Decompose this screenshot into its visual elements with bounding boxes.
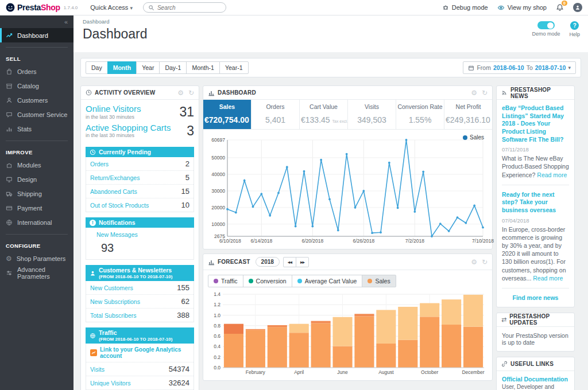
sidebar-collapse-button[interactable]: « xyxy=(0,15,74,28)
news-article-title[interactable]: eBay “Product Based Listings” Started Ma… xyxy=(502,104,569,143)
sidebar-item-advanced-parameters[interactable]: Advanced Parameters xyxy=(0,266,74,280)
currently-pending-header: Currently Pending xyxy=(86,147,194,157)
kpi-orders[interactable]: Orders 5,401 xyxy=(252,100,300,129)
forecast-next-button[interactable]: ▸▸ xyxy=(296,257,309,267)
panel-title: PRESTASHOP UPDATES xyxy=(509,313,570,326)
sidebar-item-customers[interactable]: Customers xyxy=(0,93,74,107)
kpi-sales[interactable]: Sales €720,754.00 Tax excl. xyxy=(203,100,252,129)
sidebar-item-dashboard[interactable]: Dashboard xyxy=(0,28,74,42)
read-more-link[interactable]: Read more xyxy=(537,171,567,178)
legend-traffic-button[interactable]: Traffic xyxy=(208,275,243,287)
unique-visitors-link[interactable]: Unique Visitors xyxy=(90,380,130,387)
kpi-cart-value[interactable]: Cart Value €133.45 Tax excl. xyxy=(300,100,348,129)
pending-orders-link[interactable]: Orders xyxy=(90,161,109,167)
forecast-prev-button[interactable]: ◂◂ xyxy=(283,257,296,267)
help-control[interactable]: ? Help xyxy=(569,21,580,37)
svg-text:6/20/2018: 6/20/2018 xyxy=(301,238,323,244)
refresh-icon[interactable]: ↻ xyxy=(482,89,488,96)
sidebar-item-catalog[interactable]: Catalog xyxy=(0,79,74,93)
refresh-icon[interactable]: ↻ xyxy=(482,259,488,266)
gear-icon[interactable]: ⚙ xyxy=(177,89,184,96)
svg-text:0.0: 0.0 xyxy=(214,365,220,370)
sidebar: « Dashboard SELL Orders Catalog Customer… xyxy=(0,15,74,390)
filter-day-button[interactable]: Day xyxy=(86,61,108,74)
search-input[interactable] xyxy=(157,5,215,11)
read-more-link[interactable]: Read more xyxy=(533,275,563,282)
svg-text:February: February xyxy=(246,369,266,375)
filter-year-1-button[interactable]: Year-1 xyxy=(219,61,249,74)
svg-text:1.2: 1.2 xyxy=(214,302,220,307)
sidebar-item-shipping[interactable]: Shipping xyxy=(0,186,74,201)
new-messages-link[interactable]: New Messages xyxy=(96,231,189,238)
sidebar-item-shop-parameters[interactable]: ⚙ Shop Parameters xyxy=(0,251,74,266)
date-range-picker[interactable]: From 2018-06-10 To 2018-07-10 ▾ xyxy=(463,61,576,74)
google-analytics-link[interactable]: Link to your Google Analytics account xyxy=(100,346,189,359)
total-subscribers-link[interactable]: Total Subscribers xyxy=(90,312,137,319)
rss-icon xyxy=(501,89,508,96)
online-visitors-sub: in the last 30 minutes xyxy=(86,114,141,120)
find-more-news-link[interactable]: Find more news xyxy=(502,294,569,301)
filter-month-button[interactable]: Month xyxy=(107,61,137,74)
sidebar-item-label: Catalog xyxy=(17,83,39,89)
kpi-net-profit[interactable]: Net Profit €249,316.10 Tax excl. xyxy=(444,100,492,129)
svg-text:40000: 40000 xyxy=(211,171,225,177)
search-icon xyxy=(148,5,154,11)
filter-month-1-button[interactable]: Month-1 xyxy=(186,61,220,74)
filter-toolbar: Day Month Year Day-1 Month-1 Year-1 From… xyxy=(80,58,581,77)
store-icon xyxy=(6,83,13,89)
notifications-button[interactable]: 0 xyxy=(556,3,564,11)
out-of-stock-link[interactable]: Out of Stock Products xyxy=(90,202,149,209)
customers-row: New Subscriptions62 xyxy=(86,294,194,308)
gear-icon[interactable]: ⚙ xyxy=(471,89,477,96)
filter-day-1-button[interactable]: Day-1 xyxy=(159,61,187,74)
visits-link[interactable]: Visits xyxy=(90,366,105,373)
sidebar-divider xyxy=(6,141,68,141)
sales-legend[interactable]: Sales xyxy=(463,134,484,141)
legend-sales-button[interactable]: Sales xyxy=(362,275,396,287)
prestashop-logo[interactable]: PrestaShop 1.7.4.0 xyxy=(6,3,78,12)
brand-presta: Presta xyxy=(17,3,41,12)
online-visitors-link[interactable]: Online Visitors xyxy=(86,104,141,114)
refresh-icon[interactable]: ↻ xyxy=(188,89,194,96)
debug-mode-button[interactable]: Debug mode xyxy=(442,4,488,11)
news-article-title[interactable]: Ready for the next step? Take your busin… xyxy=(502,191,569,214)
search-box[interactable] xyxy=(143,2,226,13)
sidebar-item-stats[interactable]: Stats xyxy=(0,122,74,136)
active-carts-link[interactable]: Active Shopping Carts xyxy=(86,123,171,133)
svg-text:6/14/2018: 6/14/2018 xyxy=(250,238,272,244)
chat-bubble-icon xyxy=(6,111,13,118)
svg-text:30000: 30000 xyxy=(211,188,225,194)
sidebar-item-design[interactable]: Design xyxy=(0,172,74,186)
sidebar-item-customer-service[interactable]: Customer Service xyxy=(0,107,74,122)
filter-year-button[interactable]: Year xyxy=(136,61,160,74)
sidebar-item-label: Dashboard xyxy=(17,32,48,39)
demo-mode-control[interactable]: Demo mode xyxy=(532,21,560,37)
sidebar-item-international[interactable]: International xyxy=(0,215,74,229)
sidebar-item-payment[interactable]: Payment xyxy=(0,201,74,215)
view-my-shop-button[interactable]: View my shop xyxy=(497,4,547,11)
avg-cart-legend-dot xyxy=(297,279,302,283)
gear-icon[interactable]: ⚙ xyxy=(471,259,477,266)
new-subscriptions-link[interactable]: New Subscriptions xyxy=(90,298,140,305)
sales-line-chart: Sales 2675100002000030000400005000060697… xyxy=(203,130,492,249)
sidebar-item-label: Shipping xyxy=(17,190,42,197)
person-icon xyxy=(6,97,13,104)
svg-text:June: June xyxy=(337,369,348,375)
quick-access-menu[interactable]: Quick Access ▾ xyxy=(90,4,133,11)
kpi-conversion-rate[interactable]: Conversion Rate 1.55% xyxy=(396,100,444,129)
new-customers-link[interactable]: New Customers xyxy=(90,284,133,291)
legend-conversion-button[interactable]: Conversion xyxy=(243,275,292,287)
legend-avg-cart-button[interactable]: Average Cart Value xyxy=(292,275,363,287)
useful-link-title[interactable]: Official Documentation xyxy=(502,376,569,383)
traffic-row: Visits54374 xyxy=(86,362,194,376)
sidebar-item-label: Shop Parameters xyxy=(17,255,66,262)
returns-link[interactable]: Return/Exchanges xyxy=(90,174,140,181)
bar-chart-icon xyxy=(208,259,215,266)
sidebar-item-modules[interactable]: Modules xyxy=(0,158,74,172)
kpi-visits[interactable]: Visits 349,503 xyxy=(348,100,396,129)
demo-mode-toggle[interactable] xyxy=(537,21,555,29)
user-avatar[interactable] xyxy=(573,3,582,12)
abandoned-carts-link[interactable]: Abandoned Carts xyxy=(90,188,137,195)
dashboard-panel: DASHBOARD ⚙↻ Sales €720,754.00 Tax excl.… xyxy=(203,85,493,249)
sidebar-item-orders[interactable]: Orders xyxy=(0,64,74,79)
